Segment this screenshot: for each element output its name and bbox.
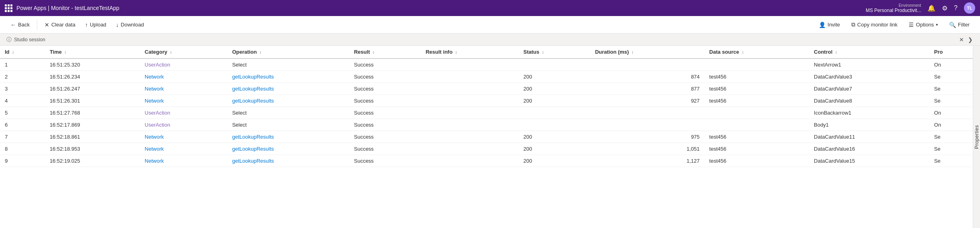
table-row[interactable]: 6 16:52:17.869 UserAction Select Success… [0, 119, 973, 131]
col-header-category[interactable]: Category ↕ [140, 46, 227, 59]
cell-operation[interactable]: getLookupResults [227, 131, 349, 143]
cell-data-source [705, 59, 809, 71]
cell-duration [590, 119, 705, 131]
table-row[interactable]: 1 16:51:25.320 UserAction Select Success… [0, 59, 973, 71]
download-label: Download [121, 22, 144, 28]
clear-data-button[interactable]: ✕ Clear data [40, 20, 79, 30]
cell-control: DataCardValue3 [809, 71, 929, 83]
cell-data-source: test456 [705, 131, 809, 143]
cell-category: Network [140, 71, 227, 83]
table-row[interactable]: 8 16:52:18.953 Network getLookupResults … [0, 143, 973, 155]
cell-category: Network [140, 131, 227, 143]
session-close-button[interactable]: ✕ [958, 36, 965, 44]
table-body: 1 16:51:25.320 UserAction Select Success… [0, 59, 973, 167]
session-right: ✕ ❯ [958, 36, 974, 44]
copy-monitor-button[interactable]: ⧉ Copy monitor link [847, 19, 901, 30]
col-header-result[interactable]: Result ↕ [349, 46, 421, 59]
upload-label: Upload [90, 22, 106, 28]
table-row[interactable]: 5 16:51:27.768 UserAction Select Success… [0, 107, 973, 119]
table-row[interactable]: 9 16:52:19.025 Network getLookupResults … [0, 155, 973, 167]
help-icon[interactable]: ? [954, 4, 958, 12]
cell-control: DataCardValue11 [809, 131, 929, 143]
cell-time: 16:51:26.301 [45, 95, 140, 107]
properties-label: Properties [974, 125, 980, 149]
download-button[interactable]: ↓ Download [112, 20, 148, 30]
cell-duration [590, 59, 705, 71]
cell-category: UserAction [140, 119, 227, 131]
cell-result-info [421, 83, 518, 95]
back-label: Back [18, 22, 30, 28]
app-title: Power Apps | Monitor - testLanceTestApp [16, 5, 119, 11]
col-header-operation[interactable]: Operation ↕ [227, 46, 349, 59]
cell-duration [590, 107, 705, 119]
cell-duration: 874 [590, 71, 705, 83]
col-header-pro[interactable]: Pro [929, 46, 973, 59]
cell-pro: Se [929, 131, 973, 143]
clear-data-label: Clear data [51, 22, 75, 28]
col-header-time[interactable]: Time ↕ [45, 46, 140, 59]
cell-data-source: test456 [705, 71, 809, 83]
cell-pro: On [929, 119, 973, 131]
cell-result: Success [349, 71, 421, 83]
top-bar-left: Power Apps | Monitor - testLanceTestApp [5, 4, 119, 12]
properties-panel[interactable]: Properties [973, 46, 980, 228]
filter-icon: 🔍 [949, 22, 956, 28]
cell-result-info [421, 59, 518, 71]
table-header: Id ↕ Time ↕ Category ↕ Operation ↕ Resul… [0, 46, 973, 59]
table-row[interactable]: 7 16:52:18.861 Network getLookupResults … [0, 131, 973, 143]
cell-time: 16:52:18.861 [45, 131, 140, 143]
cell-time: 16:51:27.768 [45, 107, 140, 119]
cell-result-info [421, 131, 518, 143]
table-row[interactable]: 4 16:51:26.301 Network getLookupResults … [0, 95, 973, 107]
upload-icon: ↑ [85, 22, 88, 28]
cell-control: DataCardValue15 [809, 155, 929, 167]
cell-category: Network [140, 155, 227, 167]
table-row[interactable]: 3 16:51:26.247 Network getLookupResults … [0, 83, 973, 95]
col-header-data-source[interactable]: Data source ↕ [705, 46, 809, 59]
cell-operation: Select [227, 59, 349, 71]
cell-result: Success [349, 155, 421, 167]
cell-duration: 877 [590, 83, 705, 95]
filter-button[interactable]: 🔍 Filter [945, 20, 974, 30]
environment-block: Environment MS Personal Productivit... [866, 3, 921, 13]
clear-icon: ✕ [45, 22, 49, 28]
col-header-status[interactable]: Status ↕ [518, 46, 590, 59]
cell-control: Body1 [809, 119, 929, 131]
cell-operation[interactable]: getLookupResults [227, 95, 349, 107]
avatar[interactable]: TL [964, 2, 975, 14]
invite-icon: 👤 [819, 22, 826, 28]
settings-icon[interactable]: ⚙ [942, 4, 948, 12]
col-header-control[interactable]: Control ↕ [809, 46, 929, 59]
cell-operation[interactable]: getLookupResults [227, 155, 349, 167]
cell-time: 16:52:18.953 [45, 143, 140, 155]
cell-status: 200 [518, 71, 590, 83]
col-header-duration[interactable]: Duration (ms) ↕ [590, 46, 705, 59]
invite-label: Invite [828, 22, 840, 28]
table-container: Id ↕ Time ↕ Category ↕ Operation ↕ Resul… [0, 46, 980, 228]
data-table: Id ↕ Time ↕ Category ↕ Operation ↕ Resul… [0, 46, 973, 167]
copy-monitor-label: Copy monitor link [857, 22, 897, 28]
col-header-id[interactable]: Id ↕ [0, 46, 45, 59]
options-button[interactable]: ☰ Options ▾ [905, 20, 942, 30]
cell-pro: Se [929, 155, 973, 167]
back-icon: ← [10, 22, 16, 28]
cell-result: Success [349, 143, 421, 155]
cell-control: DataCardValue16 [809, 143, 929, 155]
table-row[interactable]: 2 16:51:26.234 Network getLookupResults … [0, 71, 973, 83]
waffle-icon[interactable] [5, 4, 12, 12]
download-icon: ↓ [116, 22, 119, 28]
cell-operation: Select [227, 107, 349, 119]
cell-status [518, 107, 590, 119]
cell-operation[interactable]: getLookupResults [227, 143, 349, 155]
invite-button[interactable]: 👤 Invite [815, 20, 844, 30]
cell-operation[interactable]: getLookupResults [227, 83, 349, 95]
upload-button[interactable]: ↑ Upload [81, 20, 110, 30]
col-header-result-info[interactable]: Result info ↕ [421, 46, 518, 59]
cell-id: 4 [0, 95, 45, 107]
notification-icon[interactable]: 🔔 [927, 4, 935, 12]
cell-result: Success [349, 119, 421, 131]
back-button[interactable]: ← Back [6, 20, 34, 30]
cell-operation[interactable]: getLookupResults [227, 71, 349, 83]
cell-operation: Select [227, 119, 349, 131]
session-expand-button[interactable]: ❯ [967, 36, 974, 44]
